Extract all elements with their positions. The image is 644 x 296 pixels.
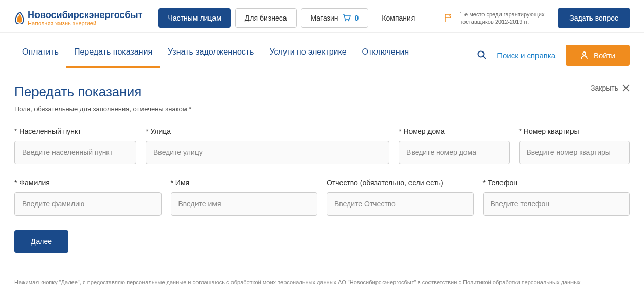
house-label: * Номер дома (399, 127, 509, 135)
nav-submit-readings[interactable]: Передать показания (66, 42, 160, 68)
svg-point-1 (348, 20, 349, 21)
close-icon (622, 84, 630, 92)
firstname-label: * Имя (171, 179, 318, 187)
svg-point-4 (583, 52, 586, 55)
tab-shop[interactable]: Магазин 0 (301, 8, 369, 28)
cart-count: 0 (355, 14, 359, 22)
logo[interactable]: Новосибирскэнергосбыт Наполняя жизнь эне… (14, 10, 143, 26)
ask-question-button[interactable]: Задать вопрос (558, 8, 630, 28)
next-button[interactable]: Далее (14, 230, 68, 253)
logo-text: Новосибирскэнергосбыт (28, 10, 143, 20)
apt-label: * Номер квартиры (519, 127, 630, 135)
tab-shop-label: Магазин (311, 14, 338, 22)
cart-icon (343, 14, 351, 22)
search-icon[interactable] (477, 50, 487, 60)
lastname-label: * Фамилия (14, 179, 162, 187)
street-label: * Улица (146, 127, 389, 135)
nav-pay[interactable]: Оплатить (14, 42, 66, 68)
firstname-input[interactable] (171, 192, 318, 216)
flag-icon (444, 13, 453, 23)
nav-outages[interactable]: Отключения (354, 42, 417, 68)
phone-input[interactable] (483, 192, 630, 216)
patronymic-input[interactable] (327, 192, 474, 216)
apt-input[interactable] (519, 141, 630, 164)
svg-point-2 (478, 51, 484, 57)
close-button[interactable]: Закрыть (591, 84, 630, 92)
lastname-input[interactable] (14, 192, 162, 216)
tab-business[interactable]: Для бизнеса (235, 8, 297, 28)
svg-point-0 (345, 20, 346, 21)
user-icon (580, 51, 588, 59)
login-button[interactable]: Войти (566, 45, 630, 66)
house-input[interactable] (399, 141, 509, 164)
svg-line-3 (483, 56, 486, 59)
city-label: * Населенный пункт (14, 127, 136, 135)
disclaimer: Нажимая кнопку "Далее", я предоставляю п… (14, 278, 630, 286)
tab-company[interactable]: Компания (372, 8, 424, 28)
disclaimer-text: Нажимая кнопку "Далее", я предоставляю п… (14, 279, 463, 285)
drop-icon (14, 12, 25, 24)
street-input[interactable] (146, 141, 389, 164)
city-input[interactable] (14, 141, 136, 164)
award-text: 1-е место среди гарантирующих поставщико… (459, 11, 552, 26)
privacy-policy-link[interactable]: Политикой обработки персональных данных (463, 279, 581, 285)
login-label: Войти (594, 51, 615, 60)
page-title: Передать показания (14, 84, 141, 100)
phone-label: * Телефон (483, 179, 630, 187)
close-label: Закрыть (591, 84, 618, 92)
patronymic-label: Отчество (обязательно, если есть) (327, 179, 474, 187)
nav-services[interactable]: Услуги по электрике (261, 42, 354, 68)
required-note: Поля, обязательные для заполнения, отмеч… (14, 105, 630, 113)
nav-debt[interactable]: Узнать задолженность (160, 42, 261, 68)
logo-subtitle: Наполняя жизнь энергией (28, 21, 143, 26)
search-link[interactable]: Поиск и справка (497, 51, 556, 60)
tab-private[interactable]: Частным лицам (158, 8, 231, 28)
